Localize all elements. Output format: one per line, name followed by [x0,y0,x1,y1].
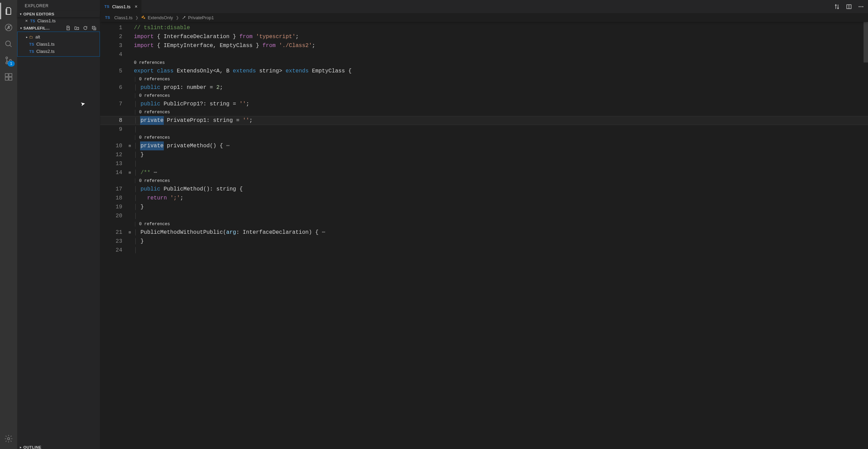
fold-icon[interactable]: ⊞ [126,168,133,177]
close-icon[interactable]: × [24,18,29,23]
tree-folder-name: alt [35,34,40,39]
codelens[interactable]: 0 references [139,135,170,140]
tree-file-name: Class2.ts [36,49,55,54]
svg-point-17 [860,6,861,7]
typescript-icon: TS [105,15,110,20]
chevron-right-icon: ▸ [24,35,29,39]
typescript-icon: TS [29,49,34,54]
outline-header[interactable]: ▸ OUTLINE [17,444,100,449]
codelens[interactable]: 0 references [139,77,170,82]
svg-point-12 [8,438,10,440]
debug-disabled-icon[interactable] [0,19,17,36]
scm-badge: 1 [8,61,15,67]
line-number: 9 [100,125,126,134]
typescript-icon: TS [29,42,34,46]
mouse-cursor-icon: ➤ [80,100,86,107]
breadcrumb-member[interactable]: PrivateProp1 [188,15,214,20]
split-editor-icon[interactable] [846,4,852,10]
line-number: 13 [100,159,126,168]
new-file-icon[interactable] [66,25,71,31]
file-tree: ▸ 🗀 alt TS Class1.ts TS Class2.ts [17,32,100,57]
line-number: 7 [100,100,126,108]
chevron-right-icon: ▸ [19,446,23,449]
line-number: 17 [100,185,126,194]
tree-folder[interactable]: ▸ 🗀 alt [18,33,100,41]
folder-header[interactable]: ▾ SAMPLEFIL… [17,24,100,32]
tree-file-name: Class1.ts [36,42,55,47]
chevron-right-icon: ❯ [135,15,138,20]
explorer-icon[interactable] [0,3,17,19]
breadcrumb-file[interactable]: Class1.ts [114,15,133,20]
line-number: 5 [100,67,126,76]
fold-icon[interactable]: ⊞ [126,141,133,150]
tree-file[interactable]: TS Class1.ts [18,41,100,48]
svg-rect-8 [5,73,8,77]
line-number: 4 [100,50,126,59]
line-number: 3 [100,41,126,50]
more-actions-icon[interactable] [858,4,864,10]
tab-class1[interactable]: TS Class1.ts × [100,0,142,13]
folder-name: SAMPLEFIL… [23,26,50,30]
svg-rect-10 [9,77,12,80]
codelens[interactable]: 0 references [139,93,170,98]
wrench-icon [182,15,186,20]
line-number: 21 [100,228,126,237]
tab-bar: TS Class1.ts × [100,0,868,13]
extensions-icon[interactable] [0,69,17,85]
typescript-icon: TS [30,19,35,23]
open-editor-filename: Class1.ts [37,18,56,23]
line-number: 14 [100,168,126,177]
svg-rect-9 [5,77,8,80]
chevron-right-icon: ❯ [176,15,179,20]
open-editors-header[interactable]: ▾ OPEN EDITORS [17,11,100,17]
refresh-icon[interactable] [83,25,88,31]
chevron-down-icon: ▾ [19,26,23,30]
fold-icon[interactable]: ⊞ [126,228,133,237]
new-folder-icon[interactable] [74,25,79,31]
code-editor[interactable]: 1// tslint:disable 2import { InterfaceDe… [100,22,868,449]
codelens[interactable]: 0 references [139,222,170,227]
source-control-icon[interactable]: 1 [0,52,17,69]
codelens[interactable]: 0 references [133,59,868,67]
editor-area: TS Class1.ts × TSClass1.ts ❯ ExtendsOnly… [100,0,868,449]
svg-line-4 [10,45,11,47]
close-icon[interactable]: × [135,4,137,9]
breadcrumb-class[interactable]: ExtendsOnly [148,15,173,20]
tree-file[interactable]: TS Class2.ts [18,48,100,55]
line-number: 23 [100,237,126,246]
codelens[interactable]: 0 references [139,110,170,115]
sidebar-title: EXPLORER [17,0,100,11]
svg-rect-21 [143,15,144,16]
scrollbar[interactable] [864,22,868,62]
line-number: 1 [100,23,126,32]
folder-actions [66,25,98,31]
line-number: 20 [100,211,126,220]
line-number: 10 [100,141,126,150]
settings-gear-icon[interactable] [0,430,17,447]
collapse-all-icon[interactable] [91,25,96,31]
open-editor-item[interactable]: × TS Class1.ts [17,17,100,24]
chevron-down-icon: ▾ [19,12,23,16]
breadcrumb[interactable]: TSClass1.ts ❯ ExtendsOnly ❯ PrivateProp1 [100,13,868,22]
line-number: 8 [100,116,126,125]
typescript-icon: TS [104,4,110,9]
search-icon[interactable] [0,36,17,52]
line-number: 2 [100,32,126,41]
folder-icon: 🗀 [29,35,33,39]
codelens[interactable]: 0 references [139,179,170,183]
svg-point-5 [6,57,8,59]
line-number: 24 [100,246,126,255]
tab-label: Class1.ts [112,4,130,9]
open-editors-label: OPEN EDITORS [23,12,54,16]
svg-point-16 [859,6,860,7]
line-number: 6 [100,83,126,92]
line-number: 18 [100,194,126,203]
activity-bar: 1 [0,0,17,449]
sidebar: EXPLORER ▾ OPEN EDITORS × TS Class1.ts ▾… [17,0,100,449]
line-number: 19 [100,203,126,211]
svg-rect-20 [144,17,145,19]
compare-changes-icon[interactable] [834,4,840,10]
svg-rect-11 [9,73,12,77]
line-number: 12 [100,150,126,159]
svg-point-18 [862,6,863,7]
